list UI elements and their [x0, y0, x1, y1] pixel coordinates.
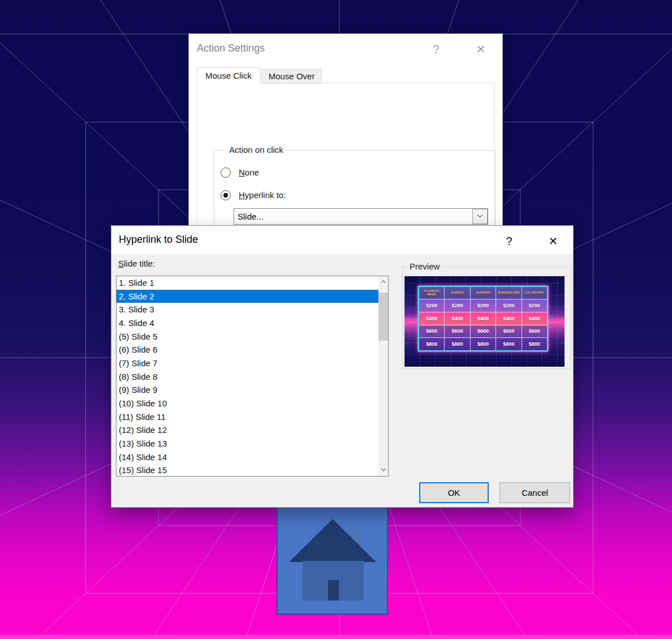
value-cell: $400: [445, 312, 469, 325]
board-value-row: $400 $400 $400 $400 $400: [419, 312, 547, 325]
value-cell: $800: [419, 338, 444, 350]
board-value-row: $800 $800 $800 $800 $800: [419, 338, 547, 350]
tab-strip: Mouse Click Mouse Over: [197, 67, 323, 84]
value-cell: $400: [522, 312, 547, 325]
action-settings-dialog: Action Settings ? ✕ Mouse Click Mouse Ov…: [188, 33, 503, 237]
category-cell: SCIENCE: [445, 287, 469, 299]
combobox-value: Slide...: [234, 212, 472, 221]
board-value-row: $600 $600 $600 $600 $600: [419, 325, 547, 338]
value-cell: $800: [471, 338, 496, 350]
value-cell: $200: [522, 299, 547, 312]
slide-list-items: 1. Slide 1 2. Slide 2 3. Slide 3 4. Slid…: [117, 276, 378, 476]
scrollbar-up-button[interactable]: [378, 276, 388, 288]
group-label: Action on click: [226, 145, 286, 155]
chevron-up-icon: [381, 280, 385, 285]
radio-hyperlink-to-label[interactable]: Hyperlink to:: [239, 190, 286, 200]
slide-canvas: Action Settings ? ✕ Mouse Click Mouse Ov…: [0, 0, 672, 639]
value-cell: $600: [445, 325, 469, 338]
scrollbar-thumb[interactable]: [378, 293, 388, 341]
close-icon[interactable]: ✕: [545, 234, 562, 248]
scrollbar[interactable]: [378, 276, 388, 476]
radio-none[interactable]: [221, 168, 231, 178]
list-item[interactable]: (5) Slide 5: [117, 330, 378, 344]
home-action-shape[interactable]: [277, 507, 388, 615]
value-cell: $600: [471, 325, 496, 338]
ok-button[interactable]: OK: [419, 482, 489, 503]
scrollbar-down-button[interactable]: [378, 465, 388, 476]
tab-mouse-click[interactable]: Mouse Click: [197, 67, 260, 84]
list-item[interactable]: (9) Slide 9: [117, 383, 378, 397]
value-cell: $600: [496, 325, 521, 338]
tab-page: Action on click None Hyperlink to: Slide…: [197, 83, 495, 236]
dialog-title: Hyperlink to Slide: [119, 234, 198, 246]
slide-bottom-edge: [0, 635, 672, 639]
list-item[interactable]: (15) Slide 15: [117, 464, 378, 477]
list-item[interactable]: (11) Slide 11: [117, 410, 378, 424]
value-cell: $400: [419, 312, 444, 325]
value-cell: $200: [496, 299, 521, 312]
list-item[interactable]: 1. Slide 1: [117, 276, 378, 290]
list-item[interactable]: (10) Slide 10: [117, 397, 378, 410]
slide-listbox[interactable]: 1. Slide 1 2. Slide 2 3. Slide 3 4. Slid…: [116, 276, 389, 477]
category-cell: CLASSICAL MUSIC: [419, 287, 444, 299]
board-value-row: $200 $200 $200 $200 $200: [419, 299, 547, 312]
preview-group: Preview CLASSICAL MUSIC SCIENCE AUTHORS …: [402, 267, 571, 369]
value-cell: $200: [471, 299, 496, 312]
list-item[interactable]: (12) Slide 12: [117, 423, 378, 437]
value-cell: $400: [471, 312, 496, 325]
slide-title-label: Slide title:: [118, 259, 155, 268]
slide-preview-image: CLASSICAL MUSIC SCIENCE AUTHORS BUSINESS…: [404, 276, 565, 367]
list-item[interactable]: (8) Slide 8: [117, 370, 378, 384]
dialog-titlebar: Hyperlink to Slide ? ✕: [111, 226, 573, 254]
value-cell: $200: [419, 299, 444, 312]
hyperlink-to-slide-dialog: Hyperlink to Slide ? ✕ Slide title: 1. S…: [111, 225, 574, 508]
chevron-down-icon: [477, 212, 483, 218]
house-icon: [278, 508, 387, 614]
value-cell: $600: [419, 325, 444, 338]
preview-label: Preview: [407, 261, 442, 271]
hyperlink-to-combobox[interactable]: Slide...: [234, 208, 488, 225]
value-cell: $800: [522, 338, 547, 350]
tab-mouse-over[interactable]: Mouse Over: [261, 69, 322, 84]
list-item[interactable]: 4. Slide 4: [117, 316, 378, 330]
help-icon[interactable]: ?: [428, 42, 445, 57]
value-cell: $600: [522, 325, 547, 338]
radio-hyperlink-to[interactable]: [221, 190, 231, 200]
chevron-down-icon: [381, 466, 385, 471]
dialog-title: Action Settings: [197, 42, 265, 54]
category-cell: AUTHORS: [471, 287, 496, 299]
list-item[interactable]: (14) Slide 14: [117, 451, 378, 464]
combobox-dropdown-button[interactable]: [472, 209, 488, 224]
cancel-button[interactable]: Cancel: [499, 482, 570, 503]
category-cell: U.S. HISTORY: [522, 287, 547, 299]
value-cell: $400: [496, 312, 521, 325]
value-cell: $800: [445, 338, 469, 350]
radio-none-label[interactable]: None: [239, 168, 259, 177]
value-cell: $800: [496, 338, 521, 350]
value-cell: $200: [445, 299, 469, 312]
list-item[interactable]: (6) Slide 6: [117, 343, 378, 357]
list-item[interactable]: (13) Slide 13: [117, 437, 378, 451]
list-item[interactable]: 3. Slide 3: [117, 303, 378, 316]
help-icon[interactable]: ?: [501, 234, 518, 248]
category-cell: BUSINESS MEN: [496, 287, 521, 299]
jeopardy-board: CLASSICAL MUSIC SCIENCE AUTHORS BUSINESS…: [418, 286, 548, 351]
list-item-selected[interactable]: 2. Slide 2: [117, 290, 378, 303]
list-item[interactable]: (7) Slide 7: [117, 357, 378, 370]
board-header-row: CLASSICAL MUSIC SCIENCE AUTHORS BUSINESS…: [419, 287, 547, 299]
radio-selected-dot: [223, 193, 228, 198]
close-icon[interactable]: ✕: [472, 42, 489, 57]
